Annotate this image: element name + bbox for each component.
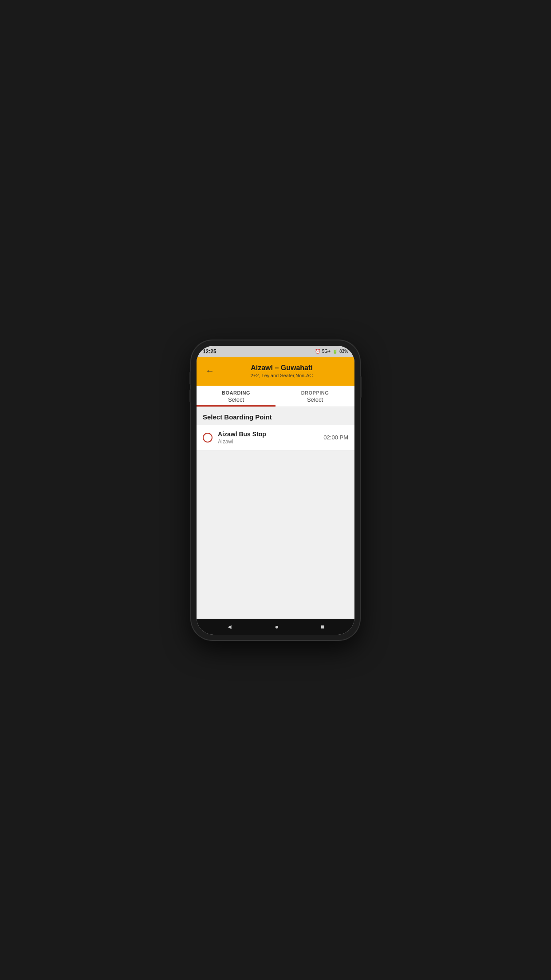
app-screen: ← Aizawl – Guwahati 2+2, Leyland Seater,… — [197, 357, 354, 635]
battery-percent: 83% — [339, 349, 348, 354]
clock-icon: ⏰ — [315, 349, 320, 354]
tab-dropping[interactable]: DROPPING Select — [276, 386, 354, 407]
back-button[interactable]: ← — [204, 364, 216, 378]
stop-city: Aizawl — [218, 439, 323, 445]
tab-dropping-value: Select — [307, 396, 323, 403]
route-title: Aizawl – Guwahati — [216, 364, 347, 372]
phone-frame: 12:25 ⏰ 5G+ 🔋 83% ← Aizawl – Guwahati 2+… — [191, 340, 360, 640]
tab-dropping-label: DROPPING — [301, 390, 329, 395]
status-time: 12:25 — [203, 348, 216, 355]
network-icon: 5G+ — [322, 349, 331, 354]
stop-info: Aizawl Bus Stop Aizawl — [218, 431, 323, 445]
nav-back-button[interactable]: ◄ — [222, 621, 237, 632]
tab-bar: BOARDING Select DROPPING Select — [197, 386, 354, 407]
stop-radio-button[interactable] — [203, 433, 213, 443]
phone-screen: 12:25 ⏰ 5G+ 🔋 83% ← Aizawl – Guwahati 2+… — [197, 346, 354, 635]
bottom-nav: ◄ ● ■ — [197, 619, 354, 635]
tab-boarding-value: Select — [228, 396, 244, 403]
tab-boarding-label: BOARDING — [222, 390, 250, 395]
stop-item[interactable]: Aizawl Bus Stop Aizawl 02:00 PM — [197, 425, 354, 450]
app-header: ← Aizawl – Guwahati 2+2, Leyland Seater,… — [197, 357, 354, 386]
status-bar: 12:25 ⏰ 5G+ 🔋 83% — [197, 346, 354, 357]
header-title-block: Aizawl – Guwahati 2+2, Leyland Seater,No… — [216, 364, 347, 378]
tab-boarding[interactable]: BOARDING Select — [197, 386, 276, 407]
content-area: Select Boarding Point Aizawl Bus Stop Ai… — [197, 407, 354, 619]
bus-info: 2+2, Leyland Seater,Non-AC — [216, 373, 347, 378]
stop-name: Aizawl Bus Stop — [218, 431, 323, 438]
nav-home-button[interactable]: ● — [270, 621, 283, 632]
stop-time: 02:00 PM — [323, 434, 348, 441]
nav-recent-button[interactable]: ■ — [316, 621, 329, 632]
section-title: Select Boarding Point — [197, 407, 354, 425]
status-icons: ⏰ 5G+ 🔋 83% — [315, 349, 348, 354]
battery-icon: 🔋 — [332, 349, 338, 354]
stop-list: Aizawl Bus Stop Aizawl 02:00 PM — [197, 425, 354, 450]
